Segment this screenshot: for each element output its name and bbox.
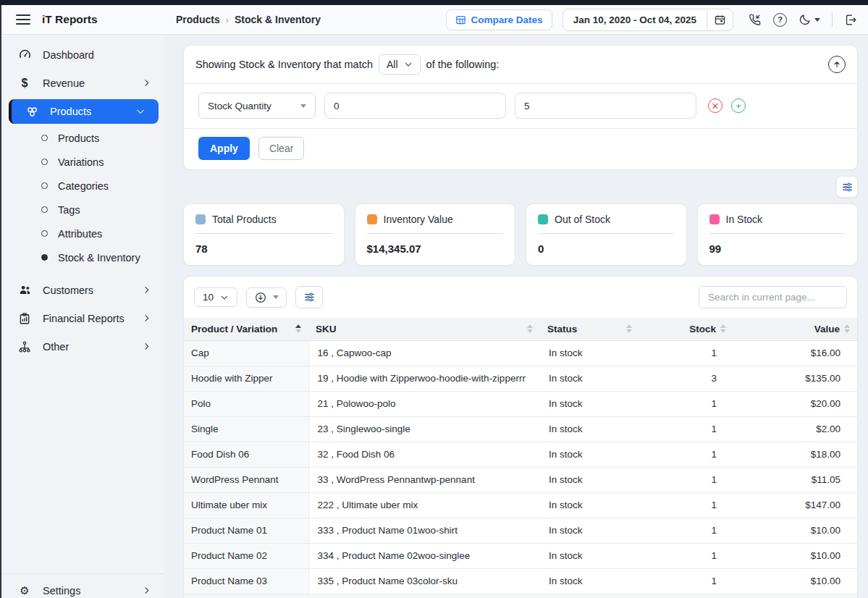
clear-button[interactable]: Clear <box>258 137 304 160</box>
caret-down-icon <box>273 295 279 299</box>
caret-down-icon <box>300 104 306 108</box>
sort-icon <box>626 324 632 333</box>
export-download-button[interactable] <box>246 287 287 308</box>
remove-filter-icon[interactable]: ✕ <box>708 98 722 113</box>
topbar-left: iT Reports <box>1 13 164 26</box>
stat-value: 0 <box>538 243 675 255</box>
app-root: iT Reports Products › Stock & Inventory … <box>0 5 868 598</box>
stat-color-swatch <box>538 214 548 224</box>
stat-color-swatch <box>367 214 377 224</box>
stat-value: 99 <box>709 243 846 255</box>
stat-label: Total Products <box>212 214 277 225</box>
sidebar-item-customers[interactable]: Customers <box>1 276 164 304</box>
table-row[interactable]: Cap 16 , Capwoo-cap In stock 1 $16.00 <box>184 340 857 366</box>
filter-match-suffix: of the following: <box>426 59 500 70</box>
sitemap-icon <box>17 340 32 353</box>
circle-icon <box>41 159 48 165</box>
sidebar-item-settings[interactable]: ⚙ Settings <box>1 573 164 598</box>
sort-icon <box>720 324 726 333</box>
match-type-select[interactable]: All <box>379 54 421 75</box>
help-icon[interactable]: ? <box>773 13 787 27</box>
stat-value: $14,345.07 <box>367 243 504 255</box>
collapse-filters-button[interactable] <box>828 56 846 73</box>
stats-row: Total Products 78 Inventory Value $14,34… <box>183 203 858 266</box>
chevron-right-icon <box>142 313 151 323</box>
search-input[interactable] <box>699 286 847 308</box>
column-settings-button[interactable] <box>295 286 323 308</box>
table-row[interactable]: Single 23 , Singlewoo-single In stock 1 … <box>184 416 857 442</box>
table-row[interactable]: Ultimate uber mix 222 , Ultimate uber mi… <box>184 492 857 518</box>
chevron-right-icon <box>142 342 151 351</box>
sidebar-subitem-attributes[interactable]: Attributes <box>1 222 164 245</box>
column-header-value[interactable]: Value <box>733 318 857 340</box>
filter-match-prefix: Showing Stock & Inventory that match <box>195 59 373 70</box>
column-header-product[interactable]: Product / Variation <box>184 318 308 340</box>
calendar-icon[interactable] <box>707 9 733 30</box>
table-summary-footer: Products:78 Out of Stock:0 Low Stock:0 I… <box>184 594 857 598</box>
sidebar-subitem-variations[interactable]: Variations <box>1 150 164 174</box>
date-range-control: Jan 10, 2020 - Oct 04, 2025 <box>562 9 733 31</box>
circle-icon <box>41 230 48 237</box>
breadcrumb-separator: › <box>226 14 229 25</box>
stat-card-total-products: Total Products 78 <box>183 203 345 266</box>
breadcrumb: Products › Stock & Inventory <box>176 14 321 25</box>
table-row[interactable]: Product Name 02 334 , Product Name 02woo… <box>184 543 857 568</box>
sort-icon <box>844 324 850 333</box>
stats-settings-button[interactable] <box>836 176 858 198</box>
column-header-stock[interactable]: Stock <box>639 318 733 340</box>
sidebar-subitem-stock-inventory[interactable]: Stock & Inventory <box>1 245 164 269</box>
breadcrumb-page: Stock & Inventory <box>235 14 321 25</box>
sidebar-subitem-tags[interactable]: Tags <box>1 198 164 222</box>
stat-label: Out of Stock <box>555 214 610 225</box>
table-row[interactable]: Hoodie with Zipper 19 , Hoodie with Zipp… <box>184 366 857 391</box>
sidebar-item-dashboard[interactable]: Dashboard <box>1 41 164 69</box>
sidebar-subitem-products[interactable]: Products <box>1 126 164 150</box>
sidebar-item-financial-reports[interactable]: Financial Reports <box>1 304 164 332</box>
sidebar-item-other[interactable]: Other <box>1 332 164 361</box>
chevron-right-icon <box>142 285 151 295</box>
inventory-table: Product / Variation SKU Status Stock Val… <box>184 318 857 594</box>
date-range-value[interactable]: Jan 10, 2020 - Oct 04, 2025 <box>563 9 707 30</box>
add-filter-icon[interactable]: + <box>731 98 746 113</box>
table-row[interactable]: WordPress Pennant 33 , WordPress Pennant… <box>184 467 857 492</box>
table-row[interactable]: Product Name 01 333 , Product Name 01woo… <box>184 518 857 543</box>
circle-icon <box>41 206 48 213</box>
apply-button[interactable]: Apply <box>198 137 250 160</box>
dark-mode-toggle[interactable] <box>799 13 820 26</box>
stat-label: In Stock <box>726 214 763 225</box>
stat-card-inventory-value: Inventory Value $14,345.07 <box>355 203 516 266</box>
chevron-right-icon <box>142 586 151 595</box>
filter-max-input[interactable] <box>515 93 696 119</box>
table-row[interactable]: Product Name 03 335 , Product Name 03col… <box>184 568 857 594</box>
stat-card-out-of-stock: Out of Stock 0 <box>526 203 687 266</box>
sidebar-subitem-categories[interactable]: Categories <box>1 174 164 198</box>
sort-icon <box>295 324 301 333</box>
topbar-icons: ? <box>748 12 858 27</box>
sidebar-item-products[interactable]: Products <box>9 99 159 124</box>
table-row[interactable]: Food Dish 06 32 , Food Dish 06 In stock … <box>184 442 857 467</box>
sidebar-item-revenue[interactable]: $ Revenue <box>1 69 164 97</box>
main-content: Showing Stock & Inventory that match All… <box>164 35 868 598</box>
filled-circle-icon <box>41 254 48 261</box>
filter-panel: Showing Stock & Inventory that match All… <box>183 45 858 170</box>
stat-value: 78 <box>195 243 332 255</box>
table-row[interactable]: Polo 21 , Polowoo-polo In stock 1 $20.00 <box>184 391 857 416</box>
filter-min-input[interactable] <box>324 93 506 119</box>
filter-field-select[interactable]: Stock Quantity <box>198 93 316 119</box>
window-top-strip <box>0 0 868 5</box>
hamburger-menu-icon[interactable] <box>16 14 30 25</box>
app-title: iT Reports <box>42 13 98 26</box>
column-header-sku[interactable]: SKU <box>308 318 540 340</box>
breadcrumb-section[interactable]: Products <box>176 14 220 25</box>
moon-icon <box>799 13 812 26</box>
phone-incoming-icon[interactable] <box>748 13 762 27</box>
stat-color-swatch <box>709 214 720 224</box>
compare-dates-button[interactable]: Compare Dates <box>446 9 552 30</box>
stat-label: Inventory Value <box>384 214 453 225</box>
sidebar: Dashboard $ Revenue Products <box>1 35 164 598</box>
topbar: iT Reports Products › Stock & Inventory … <box>1 5 868 35</box>
logout-icon[interactable] <box>844 13 858 27</box>
column-header-status[interactable]: Status <box>540 318 639 340</box>
page-size-select[interactable]: 10 <box>194 287 237 307</box>
circle-icon <box>41 182 48 189</box>
